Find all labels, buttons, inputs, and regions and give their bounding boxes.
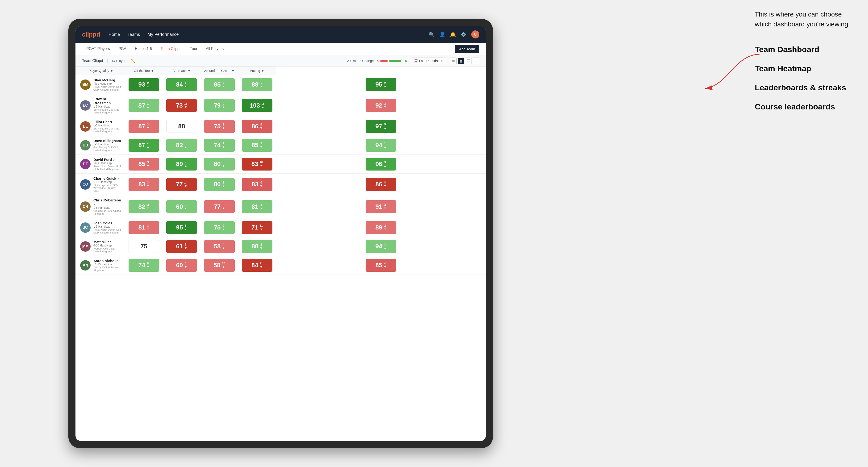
- score-change: 3▼: [147, 161, 150, 167]
- score-value: 77: [214, 203, 221, 210]
- tab-pgat-players[interactable]: PGAT Players: [82, 43, 114, 55]
- table-row[interactable]: JCJosh Coles1-5 HandicapRoyal North Devo…: [75, 218, 486, 237]
- col-header-off-tee[interactable]: Off the Tee ▼: [125, 66, 163, 75]
- score-cell-3: 814▲: [238, 195, 276, 218]
- col-header-player[interactable]: Player Quality ▼: [75, 66, 125, 75]
- score-box: 897▲: [166, 158, 197, 170]
- score-change: 10▼: [260, 161, 263, 167]
- player-handicap: Plus Handicap: [93, 161, 122, 165]
- table-row[interactable]: DFDavid Ford ✓Plus HandicapRoyal North D…: [75, 155, 486, 174]
- score-value: 84: [176, 81, 183, 88]
- score-value: 73: [176, 102, 183, 109]
- tab-pga[interactable]: PGA: [114, 43, 131, 55]
- col-header-approach[interactable]: Approach ▼: [163, 66, 200, 75]
- col-header-putting[interactable]: Putting ▼: [238, 66, 276, 75]
- settings-icon[interactable]: ⚙️: [461, 32, 467, 37]
- table-row[interactable]: ECEdward Crossman1-5 HandicapSunningdale…: [75, 94, 486, 117]
- tab-hcaps[interactable]: Hcaps 1-5: [131, 43, 156, 55]
- dashboard-option-3: Course leaderboards: [755, 101, 854, 113]
- score-value: 80: [214, 181, 221, 188]
- col-header-around-green[interactable]: Around the Green ▼: [200, 66, 238, 75]
- user-avatar[interactable]: U: [471, 30, 479, 38]
- dashboard-option-0: Team Dashboard: [755, 43, 854, 55]
- score-cell-0: 75: [125, 237, 163, 256]
- table-row[interactable]: DBDave Billingham1-5 HandicapGog Magog G…: [75, 136, 486, 155]
- nav-my-performance[interactable]: My Performance: [148, 32, 179, 37]
- player-info: Charlie Quick ✓6-10 HandicapSt. George's…: [93, 177, 122, 192]
- score-box: 881▼: [242, 78, 272, 91]
- score-change: 3▼: [222, 123, 225, 130]
- search-icon[interactable]: 🔍: [429, 32, 435, 37]
- score-value: 61: [176, 243, 183, 250]
- score-value: 81: [252, 203, 258, 210]
- nav-home[interactable]: Home: [109, 32, 120, 37]
- view-toggles: ⊞ ▦ ☰ ↓: [450, 58, 479, 64]
- player-name: David Ford ✓: [93, 158, 122, 161]
- score-cell-4: 941▲: [276, 136, 486, 155]
- score-change: 3▼: [147, 224, 150, 231]
- score-value: 86: [375, 181, 382, 188]
- score-box: 813▼: [129, 221, 159, 234]
- table-row[interactable]: ANAaron Nicholls11-15 HandicapDrift Golf…: [75, 256, 486, 275]
- avatar: DF: [80, 159, 91, 169]
- score-value: 94: [375, 243, 382, 250]
- score-box: 846▲: [166, 78, 197, 91]
- score-change: 4▲: [184, 142, 187, 149]
- score-change: 1▼: [260, 81, 263, 88]
- list-view-button[interactable]: ☰: [465, 58, 472, 64]
- score-value: 60: [176, 203, 183, 210]
- score-value: 103: [250, 102, 260, 109]
- score-value: 88: [178, 123, 185, 130]
- add-team-button[interactable]: Add Team: [455, 45, 479, 53]
- score-box: 8421▼: [242, 259, 272, 272]
- player-name: Aaron Nicholls: [93, 259, 122, 263]
- table-row[interactable]: BMBlair McHargPlus HandicapRoyal North D…: [75, 75, 486, 94]
- score-change: 11▼: [260, 224, 263, 231]
- score-cell-0: 813▼: [125, 218, 163, 237]
- player-club: Royal North Devon Golf Club, United King…: [93, 165, 122, 170]
- score-cell-3: 836▼: [238, 174, 276, 195]
- score-value: 79: [214, 102, 221, 109]
- score-value: 83: [251, 160, 258, 168]
- player-cell-8: MMMatt Miller6-10 HandicapWoburn Golf Cl…: [75, 237, 125, 256]
- score-change: 3▼: [384, 102, 386, 109]
- player-cell-3: DBDave Billingham1-5 HandicapGog Magog G…: [75, 136, 125, 154]
- tab-team-clippd[interactable]: Team Clippd: [156, 43, 186, 55]
- score-change: 6▲: [184, 81, 187, 88]
- score-cell-4: 923▼: [276, 94, 486, 117]
- player-handicap: Plus Handicap: [93, 82, 122, 85]
- score-change: 3▲: [384, 161, 386, 167]
- table-row[interactable]: MMMatt Miller6-10 HandicapWoburn Golf Cl…: [75, 237, 486, 256]
- score-cell-1: 824▲: [163, 136, 200, 155]
- nav-teams[interactable]: Teams: [128, 32, 140, 37]
- tab-all-players[interactable]: All Players: [202, 43, 228, 55]
- score-change: 14▼: [184, 181, 187, 188]
- table-row[interactable]: CQCharlie Quick ✓6-10 HandicapSt. George…: [75, 174, 486, 195]
- score-change: 1▲: [222, 181, 225, 188]
- export-button[interactable]: ↓: [473, 58, 479, 64]
- notifications-icon[interactable]: 🔔: [450, 32, 456, 37]
- score-cell-2: 799▲: [200, 94, 238, 117]
- tab-tour[interactable]: Tour: [186, 43, 202, 55]
- score-cell-1: 88: [163, 117, 200, 136]
- score-value: 97: [375, 123, 382, 130]
- score-change: 3▼: [184, 243, 187, 250]
- edit-team-icon[interactable]: ✏️: [131, 59, 135, 63]
- score-change: 3▼: [384, 203, 386, 210]
- score-box: 602▲: [166, 200, 197, 213]
- grid-view-button[interactable]: ⊞: [450, 58, 457, 64]
- player-name: Chris Robertson ✓: [93, 198, 122, 206]
- score-change: 3▲: [222, 161, 225, 167]
- table-row[interactable]: EEElliot Ebert1-5 HandicapSunningdale Go…: [75, 117, 486, 136]
- score-value: 88: [252, 243, 258, 250]
- player-club: St. George's Hill GC - Weybridge - Surre…: [93, 184, 122, 192]
- score-value: 85: [375, 261, 382, 269]
- score-cell-0: 873▼: [125, 117, 163, 136]
- last-rounds-button[interactable]: 📅 Last Rounds: 20: [411, 58, 446, 64]
- profile-icon[interactable]: 👤: [439, 32, 445, 37]
- score-value: 87: [138, 123, 145, 130]
- score-change: 5▲: [384, 123, 386, 130]
- heatmap-view-button[interactable]: ▦: [458, 58, 464, 64]
- table-row[interactable]: CRChris Robertson ✓1-5 HandicapCraigmill…: [75, 195, 486, 218]
- score-value: 85: [252, 142, 258, 149]
